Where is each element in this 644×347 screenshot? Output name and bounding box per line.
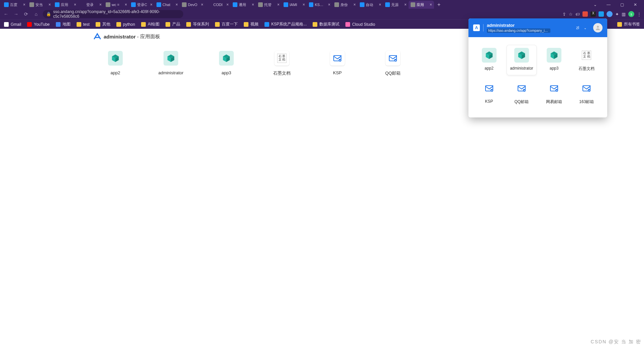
avatar-icon[interactable] — [593, 23, 603, 32]
bookmark-item[interactable]: 地图 — [56, 21, 71, 27]
account-label[interactable]: zl — [576, 25, 579, 30]
kebab-menu-icon[interactable]: ⋮ — [637, 12, 641, 17]
tab-close-icon[interactable]: × — [47, 2, 52, 7]
popover-app-tile[interactable]: 163邮箱 — [572, 78, 601, 108]
app-tile[interactable]: KSP — [322, 51, 352, 76]
popover-app-tile[interactable]: 网易邮箱 — [540, 78, 569, 108]
app-label: app3 — [550, 66, 559, 71]
app-tile[interactable]: QQ邮箱 — [378, 51, 408, 76]
tab-close-icon[interactable]: × — [73, 2, 78, 7]
tab[interactable]: Chat × — [154, 1, 180, 9]
tab[interactable]: 通用 × — [231, 1, 256, 9]
bookmark-item[interactable]: 其他 — [96, 21, 110, 27]
app-tile[interactable]: administrator — [156, 51, 186, 76]
tab-close-icon[interactable]: × — [225, 2, 230, 7]
tab[interactable]: wc = × — [104, 1, 129, 9]
chevron-down-icon[interactable]: ⌄ — [588, 2, 602, 7]
bookmark-item[interactable]: Gmail — [4, 22, 21, 27]
popover-app-tile[interactable]: 石 墨文 档石墨文档 — [572, 45, 601, 75]
tab-close-icon[interactable]: × — [276, 2, 281, 7]
close-window-button[interactable]: ✕ — [629, 2, 642, 7]
tab-title: 通用 — [239, 2, 249, 7]
tab[interactable]: KSP系 × — [307, 1, 332, 9]
popover-app-tile[interactable]: administrator — [507, 45, 536, 75]
bookmark-item[interactable]: 数据库测试 — [313, 21, 339, 27]
tab[interactable]: CODI × — [205, 1, 231, 9]
app-label: administrator — [510, 66, 533, 71]
tab-close-icon[interactable]: × — [200, 2, 205, 7]
popover-app-tile[interactable]: QQ邮箱 — [507, 78, 536, 108]
tab-close-icon[interactable]: × — [378, 2, 383, 7]
back-button[interactable]: ← — [3, 11, 9, 17]
share-icon[interactable]: ⇪ — [562, 12, 566, 17]
tab-close-icon[interactable]: × — [352, 2, 357, 7]
tab[interactable]: 身份 × — [332, 1, 358, 9]
tab-close-icon[interactable]: × — [98, 2, 103, 7]
tab[interactable]: 托管 × — [256, 1, 282, 9]
divider — [483, 24, 484, 31]
tab[interactable]: 安当 × — [27, 1, 53, 9]
cube-icon — [514, 48, 529, 63]
sidepanel-icon[interactable]: ▥ — [622, 12, 626, 17]
tab-close-icon[interactable]: × — [22, 2, 27, 7]
tab-close-icon[interactable]: × — [250, 2, 255, 7]
tab[interactable]: DevO × — [180, 1, 205, 9]
tab[interactable]: 登录C × — [129, 1, 154, 9]
app-tile[interactable]: app3 — [211, 51, 241, 76]
bookmark-item[interactable]: python — [116, 22, 135, 27]
price-tag-icon[interactable]: 🏷 — [575, 12, 580, 17]
bookmark-item[interactable]: KSP系统产品规格... — [264, 21, 307, 27]
popover-url[interactable]: https://sso.andang.cn/app?company_id=5a.… — [487, 28, 550, 33]
bookmark-item[interactable]: 产品 — [166, 21, 180, 27]
new-tab-button[interactable]: + — [434, 2, 444, 8]
tab-close-icon[interactable]: × — [301, 2, 306, 7]
tab-close-icon[interactable]: × — [123, 2, 128, 7]
home-button[interactable]: ⌂ — [33, 11, 39, 17]
popover-app-tile[interactable]: app2 — [474, 45, 504, 75]
app-label: 石墨文档 — [578, 66, 595, 72]
tab-close-icon[interactable]: × — [149, 2, 154, 7]
bookmark-item[interactable]: Cloud Studio — [345, 22, 375, 27]
ext-active-icon[interactable] — [607, 11, 613, 17]
extensions-puzzle-icon[interactable]: ✦ — [615, 12, 619, 17]
bookmark-label: AI绘图 — [148, 21, 159, 27]
tab-close-icon[interactable]: × — [174, 2, 179, 7]
tab[interactable]: 登录 × — [78, 1, 104, 9]
popover-app-tile[interactable]: app3 — [540, 45, 569, 75]
address-bar[interactable]: 🔒 sso.andang.cn/app?company_id=5a3266f6-… — [43, 10, 183, 18]
reload-button[interactable]: ⟳ — [23, 11, 29, 17]
ext-icon[interactable] — [599, 11, 604, 17]
bookmark-star-icon[interactable]: ☆ — [569, 12, 573, 17]
minimize-button[interactable]: — — [602, 2, 615, 7]
ext-icon[interactable]: X — [591, 11, 596, 17]
tab-title: 应用 — [417, 2, 427, 7]
cube-icon — [108, 51, 123, 66]
maximize-button[interactable]: ▢ — [615, 2, 629, 7]
ext-icon[interactable] — [582, 11, 588, 17]
tab[interactable]: 无源 × — [383, 1, 409, 9]
tab[interactable]: IAMI × — [282, 1, 307, 9]
tab[interactable]: 应用 × — [409, 1, 434, 9]
toolbar-row: ← → ⟳ ⌂ 🔒 sso.andang.cn/app?company_id=5… — [0, 9, 644, 19]
tab-close-icon[interactable]: × — [428, 2, 433, 7]
app-label: app2 — [111, 70, 120, 75]
tab-close-icon[interactable]: × — [327, 2, 332, 7]
tab[interactable]: 应用 × — [53, 1, 78, 9]
bookmark-item[interactable]: 视频 — [244, 21, 258, 27]
bookmark-item[interactable]: test — [77, 22, 90, 27]
bookmark-item[interactable]: 等保系列 — [186, 21, 209, 27]
popover-app-tile[interactable]: KSP — [474, 78, 504, 108]
chevron-down-icon[interactable]: ⌄ — [584, 26, 586, 30]
tab[interactable]: 百度 × — [2, 1, 27, 9]
app-tile[interactable]: app2 — [100, 51, 130, 76]
bookmark-item[interactable]: YouTube — [27, 22, 49, 27]
bookmark-item[interactable]: AI绘图 — [141, 21, 159, 27]
forward-button[interactable]: → — [13, 11, 19, 17]
profile-avatar[interactable]: s — [628, 11, 634, 17]
app-tile[interactable]: 石 墨文 档石墨文档 — [267, 51, 297, 76]
tab[interactable]: 自动 × — [358, 1, 383, 9]
all-bookmarks-button[interactable]: 所有书签 — [617, 21, 640, 27]
page-title-separator: - — [137, 34, 139, 39]
bookmark-item[interactable]: 百度一下 — [215, 21, 238, 27]
tab-close-icon[interactable]: × — [403, 2, 408, 7]
